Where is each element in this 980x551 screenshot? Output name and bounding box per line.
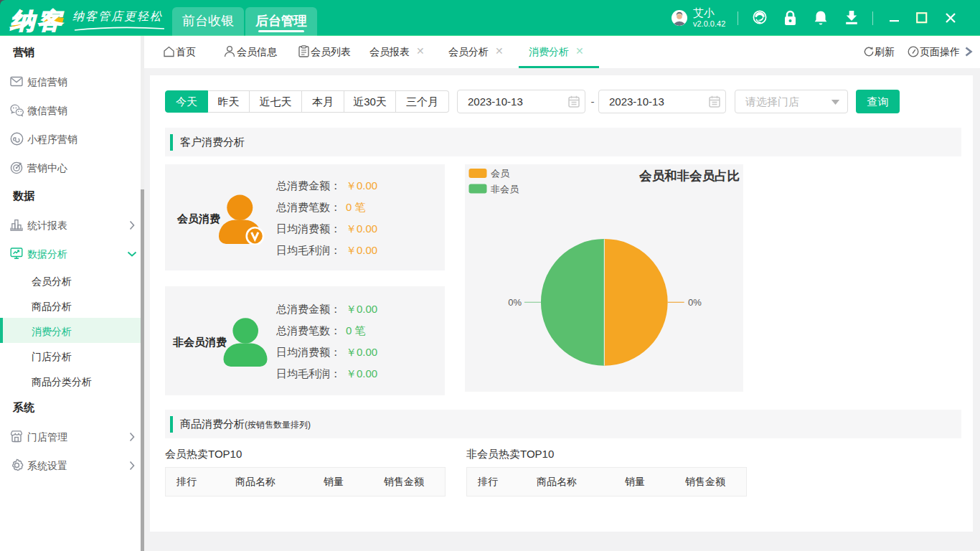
svg-text:非会员: 非会员 [491,184,519,194]
svg-text:会员: 会员 [491,168,510,179]
svg-text:0%: 0% [688,297,702,308]
svg-text:会员和非会员占比: 会员和非会员占比 [639,169,740,183]
svg-text:0%: 0% [508,297,522,308]
